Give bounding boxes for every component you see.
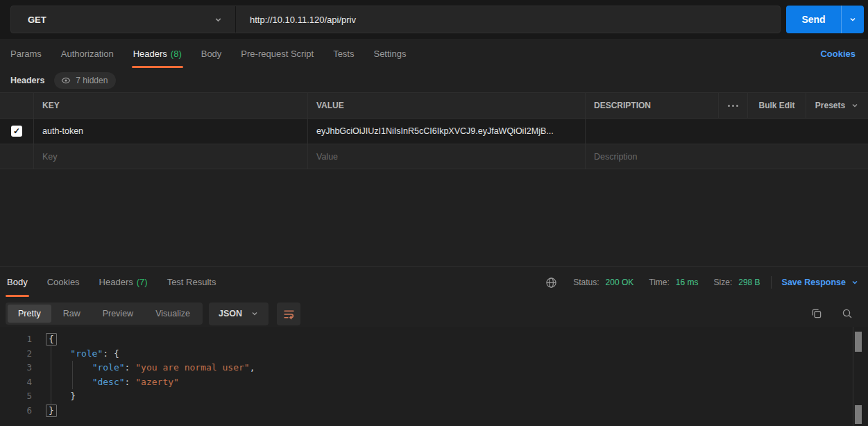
- copy-icon[interactable]: [811, 308, 822, 319]
- request-tab-body[interactable]: Body: [201, 39, 222, 68]
- time-label: Time:: [649, 278, 670, 287]
- request-tab-params[interactable]: Params: [10, 39, 42, 68]
- active-tab-underline: [132, 66, 183, 68]
- send-button[interactable]: Send: [786, 6, 841, 33]
- chevron-down-icon: [849, 15, 857, 24]
- line-number: 2: [0, 347, 32, 361]
- size-label: Size:: [714, 278, 733, 287]
- save-response-dropdown[interactable]: Save Response: [782, 278, 859, 287]
- tab-label: Settings: [373, 49, 406, 59]
- fold-toggle[interactable]: }: [46, 404, 57, 417]
- scrollbar-thumb[interactable]: [855, 332, 862, 352]
- response-tab-body[interactable]: Body: [7, 267, 28, 297]
- tab-label: Headers: [99, 277, 133, 287]
- line-content: "desc": "azerty": [49, 375, 179, 390]
- view-raw[interactable]: Raw: [53, 305, 91, 323]
- response-tab-headers[interactable]: Headers(7): [99, 267, 148, 297]
- request-tabs-row: ParamsAuthorizationHeaders(8)BodyPre-req…: [0, 39, 868, 68]
- bulk-edit-button[interactable]: Bulk Edit: [747, 93, 806, 118]
- url-input[interactable]: http://10.10.11.120/api/priv: [236, 6, 780, 33]
- tab-label: Body: [201, 49, 222, 59]
- request-bar: GET http://10.10.11.120/api/priv Send: [0, 0, 868, 39]
- more-options-button[interactable]: [718, 93, 747, 118]
- tab-label: Params: [10, 49, 42, 59]
- row-checkbox-cell: [0, 144, 33, 169]
- description-placeholder-cell[interactable]: Description: [585, 144, 868, 169]
- code-token: [49, 377, 92, 387]
- key-placeholder-cell[interactable]: Key: [33, 144, 307, 169]
- code-token: [49, 348, 70, 359]
- size-value: 298 B: [738, 278, 760, 287]
- view-mode-group: PrettyRawPreviewVisualize: [6, 303, 203, 325]
- active-tab-underline: [6, 295, 29, 297]
- scrollbar-thumb[interactable]: [855, 405, 862, 424]
- search-icon[interactable]: [842, 308, 853, 319]
- header-value-cell[interactable]: eyJhbGciOiJIUzI1NiIsInR5cCI6IkpXVCJ9.eyJ…: [307, 119, 585, 144]
- code-line: 3 "role": "you are normal user",: [0, 361, 868, 375]
- value-placeholder-cell[interactable]: Value: [307, 144, 585, 169]
- view-pretty[interactable]: Pretty: [8, 305, 51, 323]
- line-content: {: [49, 332, 57, 347]
- send-button-group: Send: [786, 6, 864, 33]
- headers-panel-title: Headers: [10, 76, 44, 85]
- request-tab-headers[interactable]: Headers(8): [133, 39, 182, 68]
- header-key-cell[interactable]: auth-token: [33, 119, 307, 144]
- fold-toggle[interactable]: {: [46, 333, 57, 346]
- code-token: }: [70, 391, 76, 401]
- postman-window: GET http://10.10.11.120/api/priv Send Pa…: [0, 0, 868, 426]
- request-tab-pre-request-script[interactable]: Pre-request Script: [241, 39, 314, 68]
- request-tab-authorization[interactable]: Authorization: [61, 39, 114, 68]
- response-toolbar: PrettyRawPreviewVisualize JSON: [0, 300, 868, 327]
- chevron-down-icon: [214, 15, 223, 24]
- tab-label: Pre-request Script: [241, 49, 314, 59]
- response-tab-cookies[interactable]: Cookies: [47, 267, 80, 297]
- headers-subrow: Headers 7 hidden: [0, 68, 116, 92]
- send-options-button[interactable]: [841, 6, 864, 33]
- presets-dropdown[interactable]: Presets: [806, 93, 868, 118]
- line-number: 3: [0, 361, 32, 375]
- response-body-viewer: 1{2 "role": {3 "role": "you are normal u…: [0, 327, 868, 426]
- code-token: [49, 391, 70, 401]
- divider: [771, 276, 772, 289]
- code-token: "role": [92, 362, 125, 373]
- code-line: 6}: [0, 404, 868, 418]
- tab-label: Tests: [333, 49, 354, 59]
- eye-icon: [61, 76, 71, 85]
- response-tab-test-results[interactable]: Test Results: [167, 267, 216, 297]
- globe-icon[interactable]: [545, 277, 557, 289]
- request-tab-settings[interactable]: Settings: [373, 39, 406, 68]
- view-preview[interactable]: Preview: [92, 305, 144, 323]
- code-line: 5 }: [0, 389, 868, 404]
- code-token: "desc": [92, 377, 125, 387]
- code-token: ,: [250, 362, 255, 373]
- code-token: "role": [70, 348, 103, 359]
- code-line: 4 "desc": "azerty": [0, 375, 868, 390]
- view-visualize[interactable]: Visualize: [145, 305, 201, 323]
- request-tab-tests[interactable]: Tests: [333, 39, 354, 68]
- line-content: }: [49, 404, 57, 418]
- hidden-headers-count: 7 hidden: [76, 76, 108, 85]
- code-token: "you are normal user": [135, 362, 249, 373]
- tab-count: (7): [137, 277, 148, 287]
- header-description-cell[interactable]: [585, 119, 868, 144]
- row-checkbox-cell: ✓: [0, 119, 33, 144]
- row-checkbox[interactable]: ✓: [11, 126, 22, 137]
- wrap-text-button[interactable]: [277, 303, 300, 325]
- tab-label: Test Results: [167, 277, 216, 287]
- line-number: 1: [0, 332, 32, 347]
- chevron-down-icon: [851, 278, 859, 287]
- url-container: GET http://10.10.11.120/api/priv: [10, 6, 781, 33]
- text-wrap-icon: [283, 308, 295, 320]
- column-header-description: DESCRIPTION: [585, 93, 718, 118]
- method-label: GET: [28, 15, 46, 25]
- language-dropdown[interactable]: JSON: [209, 303, 269, 325]
- line-content: "role": {: [49, 347, 119, 361]
- line-number: 4: [0, 375, 32, 390]
- response-actions: [811, 300, 853, 327]
- column-header-key: KEY: [33, 93, 307, 118]
- hidden-headers-toggle[interactable]: 7 hidden: [54, 72, 116, 89]
- indent-guide: [72, 361, 73, 389]
- method-dropdown[interactable]: GET: [11, 6, 236, 33]
- headers-table: KEY VALUE DESCRIPTION Bulk Edit Presets …: [0, 92, 868, 169]
- cookies-link[interactable]: Cookies: [820, 39, 856, 68]
